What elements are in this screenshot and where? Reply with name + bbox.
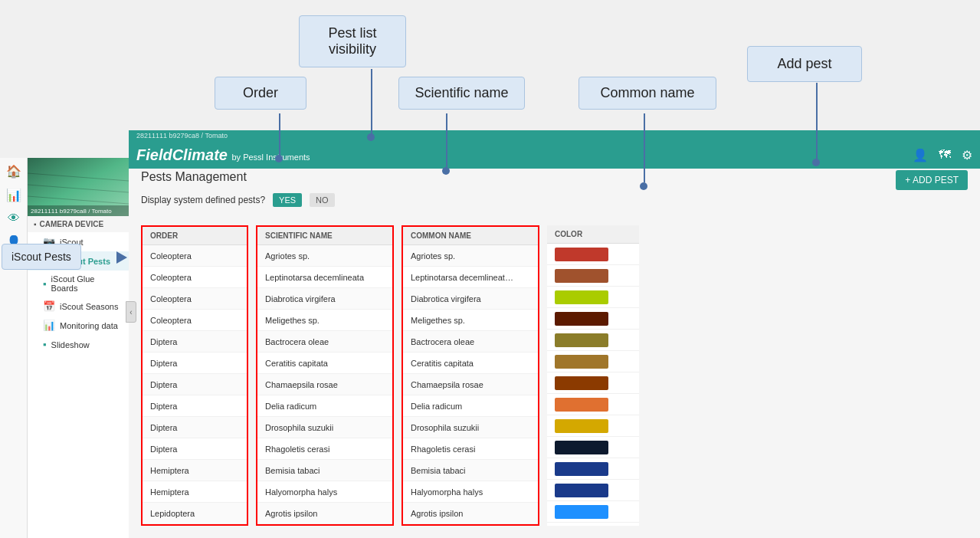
logo: FieldClimate by Pessl Instruments bbox=[136, 146, 310, 164]
sidebar-item-seasons[interactable]: 📅 iScout Seasons bbox=[28, 297, 129, 316]
table-row: Halyomorpha halys bbox=[403, 481, 538, 503]
table-row: Rhagoletis cerasi bbox=[257, 438, 392, 460]
color-swatch bbox=[555, 248, 608, 261]
table-row: Diptera bbox=[143, 417, 247, 438]
color-cell bbox=[547, 394, 639, 415]
table-row: Diabrotica virgifera bbox=[257, 288, 392, 310]
sidebar-item-iscout[interactable]: 📷 iScout bbox=[28, 232, 129, 251]
color-cell bbox=[547, 351, 639, 372]
table-row: Coleoptera bbox=[143, 310, 247, 331]
table-row: Diptera bbox=[143, 353, 247, 374]
color-swatch bbox=[555, 355, 608, 369]
app-container: Pest listvisibility Order Scientific nam… bbox=[0, 0, 980, 538]
add-pest-button[interactable]: + ADD PEST bbox=[896, 170, 968, 190]
color-swatch bbox=[555, 312, 608, 326]
table-row: Coleoptera bbox=[143, 267, 247, 288]
table-row: Meligethes sp. bbox=[403, 310, 538, 331]
table-row: Delia radicum bbox=[257, 395, 392, 417]
color-column: COLOR bbox=[547, 225, 639, 526]
table-row: Lepidoptera bbox=[143, 503, 247, 524]
color-swatch bbox=[555, 462, 608, 476]
scientific-column: SCIENTIFIC NAME Agriotes sp. Leptinotars… bbox=[256, 225, 394, 526]
table-container: ORDER Coleoptera Coleoptera Coleoptera C… bbox=[141, 225, 968, 526]
color-swatch bbox=[555, 290, 608, 304]
table-row: Chamaepsila rosae bbox=[257, 374, 392, 395]
home-icon[interactable]: 🏠 bbox=[6, 164, 21, 179]
table-row: Hemiptera bbox=[143, 460, 247, 481]
color-cell bbox=[547, 287, 639, 308]
table-row: Diptera bbox=[143, 331, 247, 353]
person-icon[interactable]: 👤 bbox=[6, 235, 21, 249]
scientific-header: SCIENTIFIC NAME bbox=[257, 227, 392, 245]
table-row: Agriotes sp. bbox=[257, 245, 392, 267]
sidebar-item-glue-boards[interactable]: ▪ iScout Glue Boards bbox=[28, 271, 129, 297]
color-cell bbox=[547, 458, 639, 480]
callout-add-pest: Add pest bbox=[747, 46, 862, 82]
callout-pest-visibility: Pest listvisibility bbox=[299, 15, 406, 67]
color-swatch bbox=[555, 333, 608, 347]
color-header: COLOR bbox=[547, 225, 639, 244]
sidebar-thumbnail: 28211111 b9279ca8 / Tomato bbox=[28, 158, 129, 216]
glue-boards-icon: ▪ bbox=[43, 278, 47, 290]
chart-icon[interactable]: 📊 bbox=[6, 188, 21, 202]
order-column: ORDER Coleoptera Coleoptera Coleoptera C… bbox=[141, 225, 248, 526]
eye-icon[interactable]: 👁 bbox=[8, 212, 20, 225]
sidebar-section-header: ▪ CAMERA DEVICE bbox=[28, 216, 129, 232]
common-column: COMMON NAME Agriotes sp. Leptinotarsa de… bbox=[402, 225, 539, 526]
color-swatch bbox=[555, 419, 608, 433]
table-row: Chamaepsila rosae bbox=[403, 374, 538, 395]
color-swatch bbox=[555, 376, 608, 390]
table-row: Diabrotica virgifera bbox=[403, 288, 538, 310]
toggle-no-button[interactable]: NO bbox=[310, 193, 335, 207]
color-cell bbox=[547, 265, 639, 287]
nav-strip: 🏠 📊 👁 👤 bbox=[0, 158, 28, 538]
color-swatch bbox=[555, 398, 608, 412]
table-row: Agrotis ipsilon bbox=[257, 503, 392, 524]
table-row: Leptinotarsa decemlineata bbox=[257, 267, 392, 288]
monitoring-icon: 📊 bbox=[43, 320, 55, 331]
toggle-yes-button[interactable]: YES bbox=[273, 193, 302, 207]
table-row: Coleoptera bbox=[143, 288, 247, 310]
common-header: COMMON NAME bbox=[403, 227, 538, 245]
table-row: Drosophila suzukii bbox=[257, 417, 392, 438]
user-icon[interactable]: 👤 bbox=[913, 148, 928, 162]
slideshow-icon: ▪ bbox=[43, 339, 47, 350]
display-label: Display system defined pests? bbox=[141, 195, 265, 205]
color-cell bbox=[547, 415, 639, 437]
sidebar-item-slideshow[interactable]: ▪ Slideshow bbox=[28, 335, 129, 354]
logo-subtitle: by Pessl Instruments bbox=[231, 153, 310, 162]
table-row: Diptera bbox=[143, 374, 247, 395]
table-row: Agriotes sp. bbox=[403, 245, 538, 267]
sidebar-item-iscout-pests[interactable]: 🌿 iScout Pests bbox=[28, 251, 129, 271]
callout-common: Common name bbox=[578, 77, 716, 110]
color-swatch bbox=[555, 484, 608, 497]
table-row: Leptinotarsa decemlineat… bbox=[403, 267, 538, 288]
color-cell bbox=[547, 330, 639, 351]
table-row: Rhagoletis cerasi bbox=[403, 438, 538, 460]
table-row: Hemiptera bbox=[143, 481, 247, 503]
table-row: Meligethes sp. bbox=[257, 310, 392, 331]
color-swatch bbox=[555, 269, 608, 283]
table-row: Bactrocera oleae bbox=[257, 331, 392, 353]
header-icons: 👤 🗺 ⚙ bbox=[913, 148, 972, 162]
callout-scientific: Scientific name bbox=[398, 77, 525, 110]
color-cell bbox=[547, 372, 639, 394]
main-content: Pests Management Display system defined … bbox=[129, 158, 980, 538]
main-header: FieldClimate by Pessl Instruments 👤 🗺 ⚙ bbox=[129, 141, 980, 169]
callout-line-visibility bbox=[371, 69, 372, 134]
breadcrumb-bar: 28211111 b9279ca8 / Tomato bbox=[129, 130, 980, 141]
thumbnail-overlay: 28211111 b9279ca8 / Tomato bbox=[28, 205, 129, 216]
table-row: Bemisia tabaci bbox=[403, 460, 538, 481]
color-cell bbox=[547, 437, 639, 458]
page-title: Pests Management bbox=[141, 170, 335, 184]
table-row: Ceratitis capitata bbox=[403, 353, 538, 374]
settings-icon[interactable]: ⚙ bbox=[962, 148, 972, 162]
color-cell bbox=[547, 308, 639, 330]
table-row: Ceratitis capitata bbox=[257, 353, 392, 374]
sidebar-item-monitoring[interactable]: 📊 Monitoring data bbox=[28, 316, 129, 335]
display-row: Display system defined pests? YES NO bbox=[141, 193, 335, 207]
collapse-sidebar-button[interactable]: ‹ bbox=[126, 301, 136, 323]
map-icon[interactable]: 🗺 bbox=[939, 148, 951, 162]
table-row: Delia radicum bbox=[403, 395, 538, 417]
table-row: Bactrocera oleae bbox=[403, 331, 538, 353]
